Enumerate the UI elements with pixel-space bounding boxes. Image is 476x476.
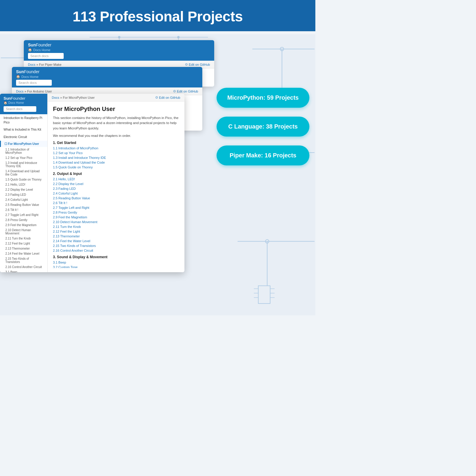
svg-point-25 (177, 36, 180, 38)
arduino-edit-github[interactable]: ⊙ Edit on GitHub (173, 89, 198, 93)
sidebar-item-2-7[interactable]: 2.7 Toggle Left and Right (0, 212, 47, 217)
section-sound-display: 3. Sound & Display & Movement (53, 255, 179, 259)
badge-pipermake[interactable]: Piper Make: 16 Projects (217, 145, 309, 165)
piper-edit-github[interactable]: ⊙ Edit on GitHub (185, 62, 210, 66)
badge-micropython[interactable]: MicroPython: 59 Projects (217, 88, 309, 108)
sidebar-item-2-14[interactable]: 2.14 Feel the Water Level (0, 251, 47, 256)
micro-edit-github[interactable]: ⊙ Edit on GitHub (155, 95, 180, 99)
badge-clanguage[interactable]: C Language: 38 Projects (217, 117, 309, 137)
sidebar-item-2-9[interactable]: 2.9 Feel the Magnetism (0, 223, 47, 228)
micro-doc-content: For MicroPython User This section contai… (48, 101, 184, 268)
circuit-background: SunFounder 🏠 Docs Home Search docs Docs … (0, 34, 315, 315)
sidebar-nav: Introduction to Raspberry Pi Pico What i… (0, 114, 47, 272)
arduino-search[interactable]: Search docs (16, 80, 52, 86)
sidebar-item-2-12[interactable]: 2.12 Feel the Light (0, 241, 47, 246)
sidebar-item-2-6[interactable]: 2.6 Tilt It ! (0, 207, 47, 212)
list-output-input: 2.1 Hello, LED! 2.2 Display the Level 2.… (53, 177, 179, 253)
sidebar-item-2-15[interactable]: 2.15 Two Kinds of Transistors (0, 256, 47, 264)
sidebar-item-1-4[interactable]: 1.4 Download and Upload the Code (0, 169, 47, 177)
sidebar-item-1-1[interactable]: 1.1 Introduction of MicroPython (0, 147, 47, 155)
micro-breadcrumb: Docs » For MicroPython User ⊙ Edit on Gi… (48, 94, 184, 101)
sidebar-item-3-1[interactable]: 3.1 Beep (0, 270, 47, 272)
sidebar-item-1-5[interactable]: 1.5 Quick Guide on Thonny (0, 177, 47, 182)
badge-area: MicroPython: 59 Projects C Language: 38 … (217, 88, 309, 165)
sidebar-item-2-8[interactable]: 2.8 Press Gently (0, 217, 47, 223)
section-output-input: 2. Output & Input (53, 172, 179, 176)
arduino-docs-home: 🏠 Docs Home (16, 75, 198, 79)
sidebar-item-1-3[interactable]: 1.3 Install and Introduce Thonny IDE (0, 160, 47, 169)
sidebar-item-intro-rpi[interactable]: Introduction to Raspberry Pi Pico (0, 114, 47, 126)
sidebar-item-2-5[interactable]: 2.5 Reading Button Value (0, 202, 47, 207)
svg-point-24 (118, 36, 120, 38)
piper-search[interactable]: Search docs (28, 53, 64, 59)
micro-search[interactable]: Search docs (4, 106, 36, 112)
sidebar-item-2-10[interactable]: 2.10 Detect Human Movement (0, 228, 47, 236)
window-micropython: SunFounder 🏠 Docs Home Search docs Intro… (0, 94, 184, 272)
sidebar-item-2-4[interactable]: 2.4 Colorful Light (0, 197, 47, 202)
sidebar-item-2-2[interactable]: 2.2 Display the Level (0, 187, 47, 192)
sidebar-item-2-1[interactable]: 2.1 Hello, LED! (0, 182, 47, 187)
sidebar-item-whats-included[interactable]: What is Included in This Kit (0, 126, 47, 133)
list-get-started: 1.1 Introduction of MicroPython 1.2 Set … (53, 146, 179, 169)
sidebar-item-2-3[interactable]: 2.3 Fading LED (0, 192, 47, 197)
piper-header: SunFounder 🏠 Docs Home Search docs (24, 40, 214, 61)
sidebar-section-micropython: ☐ For MicroPython User (0, 141, 47, 147)
list-sound-display: 3.1 Beep 3.2 Custom Tone 3.3 RGB LED Str… (53, 260, 179, 268)
piper-brand: SunFounder (28, 43, 210, 47)
micro-sidebar-header: SunFounder 🏠 Docs Home Search docs (0, 94, 47, 114)
sidebar-item-1-2[interactable]: 1.2 Set up Your Pico (0, 155, 47, 160)
section-get-started: 1. Get Started (53, 141, 179, 145)
piper-docs-home: 🏠 Docs Home (28, 48, 210, 52)
page-title: 113 Professional Projects (6, 8, 309, 25)
sidebar-item-2-13[interactable]: 2.13 Thermometer (0, 246, 47, 251)
arduino-brand: SunFounder (16, 69, 198, 74)
micropython-main-content: Docs » For MicroPython User ⊙ Edit on Gi… (48, 94, 184, 272)
sidebar-item-2-16[interactable]: 2.16 Control Another Circuit (0, 264, 47, 270)
header-banner: 113 Professional Projects (0, 0, 315, 31)
sidebar-item-electronic-circuit[interactable]: Electronic Circuit (0, 133, 47, 141)
micropython-sidebar: SunFounder 🏠 Docs Home Search docs Intro… (0, 94, 48, 272)
svg-rect-14 (258, 286, 270, 304)
arduino-header: SunFounder 🏠 Docs Home Search docs (12, 67, 202, 87)
sidebar-item-2-11[interactable]: 2.11 Turn the Knob (0, 236, 47, 241)
